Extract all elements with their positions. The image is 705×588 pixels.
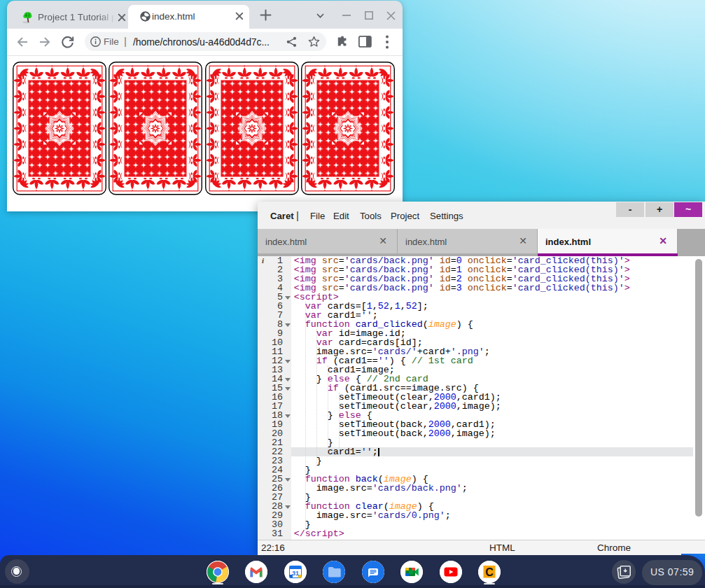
svg-text:31: 31 [291,570,298,577]
svg-text:i: i [262,257,265,265]
svg-text:C: C [485,566,494,578]
